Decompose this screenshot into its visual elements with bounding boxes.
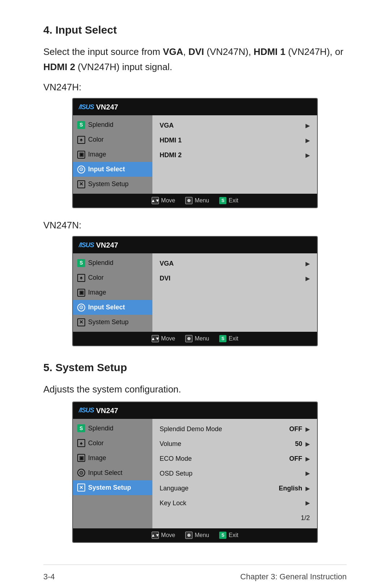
osd-sys-menu-system: ✕ System Setup xyxy=(73,480,152,495)
osd-n-menu-color: ♠ Color xyxy=(73,270,152,285)
footer-move: ▲▼ Move xyxy=(152,196,175,205)
osd-n-menu-system-setup: ✕ System Setup xyxy=(73,315,152,330)
image-icon-n: ▣ xyxy=(77,289,85,297)
osd-sys-language: Language English ▶ xyxy=(158,481,311,496)
move-icon-n: ▲▼ xyxy=(152,335,159,342)
footer-sys-move: ▲▼ Move xyxy=(152,531,175,540)
vn247n-label: VN247N: xyxy=(43,218,347,232)
system-setup-icon: ✕ xyxy=(77,180,85,188)
osd-vn247n-footer: ▲▼ Move ⊕ Menu S Exit xyxy=(73,332,317,345)
osd-content-vga: VGA ▶ xyxy=(158,118,311,133)
osd-content-hdmi1: HDMI 1 ▶ xyxy=(158,133,311,148)
color-icon: ♠ xyxy=(77,136,85,144)
osd-n-menu-splendid: S Splendid xyxy=(73,256,152,270)
section-5-heading: 5. System Setup xyxy=(43,359,347,375)
menu-icon-sys: ⊕ xyxy=(185,532,192,539)
input-select-icon-n: ⊙ xyxy=(77,304,85,312)
osd-vn247h: /ISUS VN247 S Splendid ♠ Color ▣ Image ⊙ xyxy=(72,98,318,208)
osd-vn247h-body: S Splendid ♠ Color ▣ Image ⊙ Input Selec… xyxy=(73,115,317,194)
splendid-icon-n: S xyxy=(77,259,85,267)
input-icon-sys: ⊙ xyxy=(77,469,85,477)
input-select-icon: ⊙ xyxy=(77,166,85,173)
osd-sys-menu-input: ⊙ Input Select xyxy=(73,465,152,480)
osd-system-footer: ▲▼ Move ⊕ Menu S Exit xyxy=(73,528,317,542)
chapter-label: Chapter 3: General Instruction xyxy=(240,571,347,583)
osd-vn247n-menu: S Splendid ♠ Color ▣ Image ⊙ Input Selec… xyxy=(73,253,152,332)
osd-vn247n-header: /ISUS VN247 xyxy=(73,237,317,253)
footer-n-menu: ⊕ Menu xyxy=(185,334,209,343)
osd-system-menu: S Splendid ♠ Color ▣ Image ⊙ Input Selec… xyxy=(73,419,152,528)
image-icon-sys: ▣ xyxy=(77,454,85,462)
footer-exit: S Exit xyxy=(219,196,238,205)
osd-vn247n: /ISUS VN247 S Splendid ♠ Color ▣ Image ⊙ xyxy=(72,236,318,346)
osd-sys-volume: Volume 50 ▶ xyxy=(158,437,311,451)
section-5-description: Adjusts the system configuration. xyxy=(43,382,347,397)
osd-sys-osd-setup: OSD Setup ▶ xyxy=(158,466,311,481)
color-icon-n: ♠ xyxy=(77,274,85,282)
footer-sys-menu: ⊕ Menu xyxy=(185,531,209,540)
vn247h-label: VN247H: xyxy=(43,80,347,94)
osd-menu-splendid: S Splendid xyxy=(73,117,152,132)
footer-n-exit: S Exit xyxy=(219,334,238,343)
image-icon: ▣ xyxy=(77,151,85,159)
move-icon: ▲▼ xyxy=(152,197,159,204)
splendid-icon: S xyxy=(77,121,85,129)
section-5: 5. System Setup Adjusts the system confi… xyxy=(43,359,347,543)
section-4: 4. Input Select Select the input source … xyxy=(43,22,347,346)
footer-n-move: ▲▼ Move xyxy=(152,334,175,343)
osd-system-content: Splendid Demo Mode OFF ▶ Volume 50 ▶ ECO… xyxy=(152,419,317,528)
osd-n-menu-image: ▣ Image xyxy=(73,285,152,300)
osd-vn247h-footer: ▲▼ Move ⊕ Menu S Exit xyxy=(73,194,317,207)
move-icon-sys: ▲▼ xyxy=(152,532,159,539)
osd-sys-splendid-demo: Splendid Demo Mode OFF ▶ xyxy=(158,422,311,437)
osd-sys-key-lock: Key Lock ▶ xyxy=(158,496,311,511)
osd-vn247h-menu: S Splendid ♠ Color ▣ Image ⊙ Input Selec… xyxy=(73,115,152,194)
osd-system: /ISUS VN247 S Splendid ♠ Color ▣ Image ⊙ xyxy=(72,402,318,543)
exit-icon: S xyxy=(219,197,226,204)
section-4-description: Select the input source from VGA, DVI (V… xyxy=(43,44,347,74)
exit-icon-n: S xyxy=(219,335,226,342)
osd-vn247h-header: /ISUS VN247 xyxy=(73,99,317,115)
osd-sys-page: 1/2 xyxy=(158,511,311,525)
osd-content-hdmi2: HDMI 2 ▶ xyxy=(158,148,311,163)
footer-sys-exit: S Exit xyxy=(219,531,238,540)
osd-vn247h-content: VGA ▶ HDMI 1 ▶ HDMI 2 ▶ xyxy=(152,115,317,194)
osd-system-body: S Splendid ♠ Color ▣ Image ⊙ Input Selec… xyxy=(73,419,317,528)
menu-icon: ⊕ xyxy=(185,197,192,204)
section-4-heading: 4. Input Select xyxy=(43,22,347,38)
color-icon-sys: ♠ xyxy=(77,439,85,447)
page-number: 3-4 xyxy=(43,571,55,583)
splendid-icon-sys: S xyxy=(77,424,85,432)
osd-sys-menu-color: ♠ Color xyxy=(73,436,152,451)
menu-icon-n: ⊕ xyxy=(185,335,192,342)
osd-sys-menu-image: ▣ Image xyxy=(73,451,152,465)
exit-icon-sys: S xyxy=(219,532,226,539)
osd-n-content-dvi: DVI ▶ xyxy=(158,271,311,286)
osd-menu-color: ♠ Color xyxy=(73,132,152,147)
page-footer: 3-4 Chapter 3: General Instruction xyxy=(43,565,347,583)
osd-menu-input-select: ⊙ Input Select xyxy=(73,162,152,177)
osd-menu-image: ▣ Image xyxy=(73,147,152,162)
osd-n-menu-input-select: ⊙ Input Select xyxy=(73,300,152,315)
osd-sys-menu-splendid: S Splendid xyxy=(73,421,152,436)
osd-vn247n-body: S Splendid ♠ Color ▣ Image ⊙ Input Selec… xyxy=(73,253,317,332)
system-setup-icon-n: ✕ xyxy=(77,318,85,326)
osd-n-content-vga: VGA ▶ xyxy=(158,256,311,271)
osd-vn247n-content: VGA ▶ DVI ▶ xyxy=(152,253,317,332)
system-icon-sys: ✕ xyxy=(77,484,85,492)
osd-menu-system-setup: ✕ System Setup xyxy=(73,177,152,192)
footer-menu: ⊕ Menu xyxy=(185,196,209,205)
osd-sys-eco-mode: ECO Mode OFF ▶ xyxy=(158,451,311,466)
osd-system-header: /ISUS VN247 xyxy=(73,402,317,419)
